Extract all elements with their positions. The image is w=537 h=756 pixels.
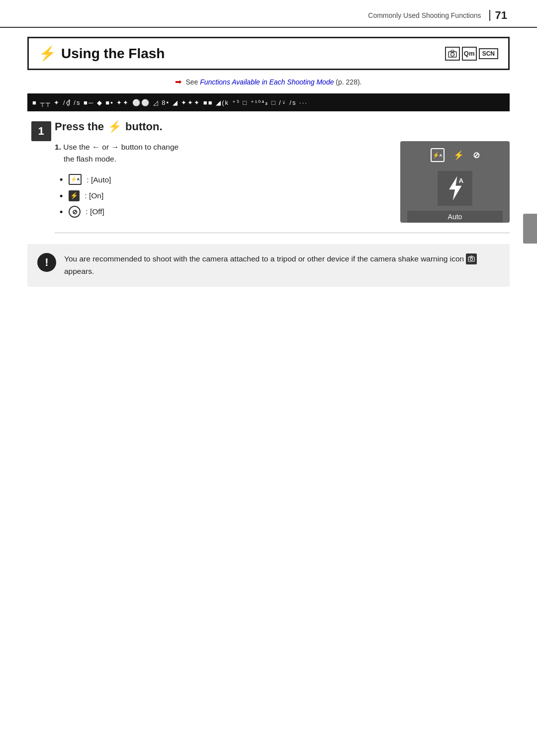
step-title-icon: ⚡	[108, 120, 121, 133]
page-number: 71	[495, 9, 507, 22]
on-flash-icon: ⚡	[69, 190, 80, 201]
step-title-suffix: button.	[125, 120, 163, 133]
auto-label: : [Auto]	[87, 173, 111, 187]
title-mode-icons: Qm SCN	[445, 47, 498, 61]
bullet-dot-2: •	[60, 188, 63, 204]
mode-auto: • ⚡A : [Auto]	[60, 171, 385, 187]
bullet-dot: •	[60, 171, 63, 187]
or-text: or	[102, 143, 109, 151]
svg-text:A: A	[458, 177, 463, 184]
flash-large-svg: A	[442, 175, 468, 201]
see-also: ➡ See Functions Available in Each Shooti…	[27, 77, 510, 86]
camera-shake-icon	[466, 253, 477, 264]
flash-mode-list: • ⚡A : [Auto] • ⚡ : [On] • ⊘ : [Off]	[60, 171, 385, 220]
bullet-dot-3: •	[60, 204, 63, 220]
mode-icon-scn: SCN	[479, 48, 498, 59]
preview-auto-icon: ⚡A	[431, 148, 445, 162]
page-divider	[489, 10, 490, 21]
section-label: Commonly Used Shooting Functions	[368, 11, 481, 19]
icon-bar: ■ ┬┬ ✦ /₫ /s ■─ ◆ ■▪ ✦✦ ⚪⚪ ◿ 8• ◢ ✦✦✦ ■■…	[27, 93, 510, 111]
step-body: 1. Use the ← or → button to change the f…	[55, 141, 510, 223]
svg-line-8	[469, 256, 470, 257]
instruction-line2: the flash mode.	[64, 155, 116, 163]
instruction-number: 1.	[55, 143, 61, 151]
step-instructions: 1. Use the ← or → button to change the f…	[55, 141, 385, 220]
auto-flash-icon: ⚡A	[69, 174, 82, 185]
warning-text-part2: appears.	[64, 265, 94, 278]
step-content: Press the ⚡ button. 1. Use the ← or → bu…	[55, 120, 510, 233]
step-number-column: 1	[27, 120, 55, 233]
off-label: : [Off]	[86, 205, 104, 219]
instruction-text: 1. Use the ← or → button to change the f…	[55, 141, 385, 165]
main-content: ⚡ Using the Flash Qm SCN ➡ See Functions…	[0, 37, 537, 307]
step-number: 1	[31, 121, 51, 141]
preview-on-icon: ⚡	[453, 150, 464, 161]
see-also-link: Functions Available in Each Shooting Mod…	[200, 78, 334, 86]
mode-on: • ⚡ : [On]	[60, 188, 385, 204]
flash-icon-title: ⚡	[39, 45, 56, 62]
right-arrow: →	[111, 143, 119, 151]
warning-note: ! You are recommended to shoot with the …	[27, 244, 510, 287]
preview-top-icons: ⚡A ⚡ ⊘	[431, 148, 480, 162]
see-also-prefix: See	[185, 78, 200, 86]
svg-point-1	[450, 53, 454, 56]
iconbar-content: ■ ┬┬ ✦ /₫ /s ■─ ◆ ■▪ ✦✦ ⚪⚪ ◿ 8• ◢ ✦✦✦ ■■…	[32, 99, 308, 106]
off-flash-icon: ⊘	[69, 206, 81, 218]
camera-preview: ⚡A ⚡ ⊘ A Auto	[400, 141, 510, 223]
step-section: 1 Press the ⚡ button. 1. Use the ← or → …	[27, 120, 510, 233]
preview-mode-label: Auto	[407, 211, 503, 223]
page-header: Commonly Used Shooting Functions 71	[0, 0, 537, 28]
preview-large-flash: A	[438, 171, 472, 206]
warning-text: You are recommended to shoot with the ca…	[64, 253, 500, 278]
svg-point-6	[470, 258, 473, 260]
mode-icon-camera	[445, 47, 460, 61]
title-label: Using the Flash	[61, 46, 165, 62]
see-also-suffix: (p. 228).	[334, 78, 361, 86]
page-title: ⚡ Using the Flash	[39, 45, 165, 62]
step-title: Press the ⚡ button.	[55, 120, 510, 133]
title-section: ⚡ Using the Flash Qm SCN	[27, 37, 510, 70]
mode-off: • ⊘ : [Off]	[60, 204, 385, 220]
preview-off-icon: ⊘	[473, 150, 480, 161]
see-also-arrow-icon: ➡	[175, 78, 181, 86]
warning-text-part1: You are recommended to shoot with the ca…	[64, 253, 464, 265]
left-arrow: ←	[92, 143, 100, 151]
thumb-tab	[523, 214, 537, 244]
on-label: : [On]	[85, 189, 103, 203]
step-title-prefix: Press the	[55, 120, 104, 133]
svg-rect-2	[451, 50, 454, 52]
warning-icon: !	[37, 253, 56, 272]
button-to-change: button to change	[121, 143, 179, 151]
mode-icon-qm: Qm	[462, 47, 477, 61]
